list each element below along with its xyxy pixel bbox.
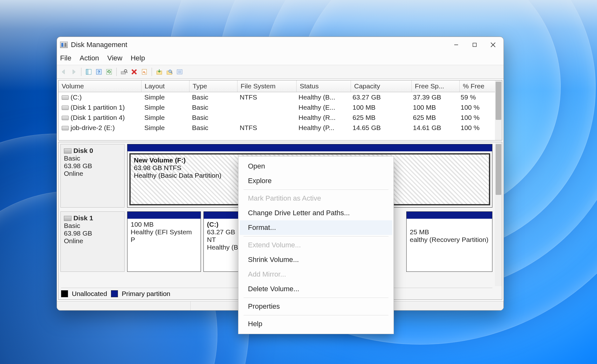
- ctx-shrink-volume[interactable]: Shrink Volume...: [240, 252, 392, 267]
- volume-icon: [62, 106, 69, 110]
- help-icon[interactable]: ?: [94, 67, 104, 77]
- disk0-size: 63.98 GB: [64, 162, 121, 170]
- partition-status: ealthy (Recovery Partition): [410, 236, 489, 244]
- partition-size: 100 MB: [131, 221, 197, 228]
- disk0-kind: Basic: [64, 155, 121, 162]
- disk1-size: 63.98 GB: [64, 230, 121, 237]
- disk-info-0[interactable]: Disk 0 Basic 63.98 GB Online: [60, 144, 125, 208]
- menubar: File Action View Help: [57, 53, 504, 65]
- partition-size: 25 MB: [410, 228, 489, 236]
- ctx-add-mirror: Add Mirror...: [240, 267, 392, 282]
- col-capacity[interactable]: Capacity: [351, 80, 412, 92]
- ctx-change-drive-letter-and-paths[interactable]: Change Drive Letter and Paths...: [240, 206, 392, 220]
- disk1-label: Disk 1: [73, 214, 93, 222]
- maximize-button[interactable]: [465, 38, 484, 51]
- disk0-label: Disk 0: [73, 147, 93, 154]
- window-title: Disk Management: [71, 41, 127, 49]
- menu-help[interactable]: Help: [131, 54, 145, 62]
- partition-status: Healthy (EFI System P: [131, 228, 197, 244]
- legend-swatch-primary: [111, 290, 118, 297]
- partition-recovery[interactable]: 25 MB ealthy (Recovery Partition): [406, 211, 492, 272]
- volume-row[interactable]: (C:)SimpleBasicNTFSHealthy (B...63.27 GB…: [58, 92, 502, 102]
- svg-line-11: [127, 72, 127, 73]
- hdd-icon: [64, 216, 72, 221]
- disk1-state: Online: [64, 237, 121, 245]
- disk1-kind: Basic: [64, 222, 121, 230]
- refresh-icon[interactable]: [104, 67, 114, 77]
- col-free-space[interactable]: Free Sp...: [412, 80, 460, 92]
- disk0-state: Online: [64, 170, 121, 177]
- legend-label-unallocated: Unallocated: [72, 290, 107, 298]
- ctx-properties[interactable]: Properties: [240, 299, 392, 314]
- legend-swatch-unallocated: [61, 290, 68, 297]
- disk-view-scrollbar[interactable]: [495, 142, 502, 286]
- ctx-format[interactable]: Format...: [240, 220, 392, 235]
- volume-row[interactable]: job-drive-2 (E:)SimpleBasicNTFSHealthy (…: [58, 123, 502, 133]
- svg-text:?: ?: [98, 70, 100, 74]
- toolbar: ?: [57, 65, 504, 79]
- volume-icon: [62, 116, 69, 120]
- ctx-open[interactable]: Open: [240, 159, 392, 174]
- settings-icon[interactable]: [175, 67, 184, 77]
- rescan-icon[interactable]: [119, 67, 129, 77]
- context-menu[interactable]: OpenExploreMark Partition as ActiveChang…: [238, 156, 394, 334]
- col-status[interactable]: Status: [297, 80, 351, 92]
- delete-icon[interactable]: [129, 67, 139, 77]
- show-hide-tree-icon[interactable]: [84, 67, 93, 77]
- ctx-mark-partition-as-active: Mark Partition as Active: [240, 191, 392, 206]
- partition-efi[interactable]: 100 MB Healthy (EFI System P: [127, 211, 201, 272]
- import-icon[interactable]: [154, 67, 164, 77]
- back-icon[interactable]: [59, 67, 68, 77]
- svg-rect-5: [86, 69, 88, 74]
- svg-point-17: [169, 70, 171, 72]
- ctx-delete-volume[interactable]: Delete Volume...: [240, 282, 392, 296]
- disk-info-1[interactable]: Disk 1 Basic 63.98 GB Online: [60, 211, 125, 272]
- hdd-icon: [64, 148, 72, 154]
- forward-icon[interactable]: [69, 67, 79, 77]
- ctx-explore[interactable]: Explore: [240, 174, 392, 188]
- menu-action[interactable]: Action: [79, 54, 99, 62]
- close-button[interactable]: [484, 38, 502, 51]
- col-type[interactable]: Type: [189, 80, 237, 92]
- col-volume[interactable]: Volume: [58, 80, 141, 92]
- col-file-system[interactable]: File System: [237, 80, 297, 92]
- ctx-extend-volume: Extend Volume...: [240, 238, 392, 252]
- ctx-help[interactable]: Help: [240, 317, 392, 331]
- menu-view[interactable]: View: [107, 54, 122, 62]
- properties-icon[interactable]: [140, 67, 149, 77]
- minimize-button[interactable]: [447, 38, 465, 51]
- find-icon[interactable]: [165, 67, 174, 77]
- app-icon: [60, 42, 68, 48]
- column-headers[interactable]: Volume Layout Type File System Status Ca…: [58, 80, 502, 92]
- volume-row[interactable]: (Disk 1 partition 1)SimpleBasicHealthy (…: [58, 102, 502, 113]
- titlebar[interactable]: Disk Management: [57, 37, 504, 53]
- svg-rect-1: [473, 43, 477, 47]
- volume-row[interactable]: (Disk 1 partition 4)SimpleBasicHealthy (…: [58, 113, 502, 123]
- menu-file[interactable]: File: [60, 54, 71, 62]
- col-layout[interactable]: Layout: [141, 80, 189, 92]
- volume-icon: [62, 95, 69, 100]
- legend-label-primary: Primary partition: [122, 290, 170, 298]
- partition-name: [410, 221, 489, 228]
- volume-list-scrollbar[interactable]: [495, 80, 502, 140]
- volume-list: Volume Layout Type File System Status Ca…: [58, 80, 502, 141]
- volume-icon: [62, 126, 69, 130]
